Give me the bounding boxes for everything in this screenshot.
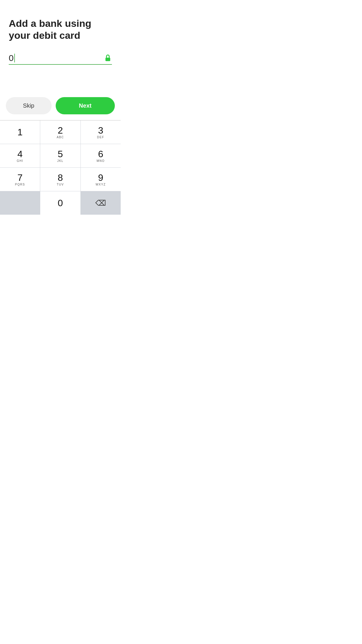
key-2-number: 2 bbox=[58, 126, 63, 135]
key-4[interactable]: 4 GHI bbox=[0, 144, 40, 167]
key-6-letters: MNO bbox=[96, 159, 105, 162]
key-4-number: 4 bbox=[17, 149, 23, 159]
card-number-value: 0 bbox=[9, 53, 14, 63]
key-9[interactable]: 9 WXYZ bbox=[81, 168, 121, 191]
key-0[interactable]: 0 bbox=[40, 191, 80, 215]
card-number-display: 0 bbox=[9, 53, 15, 63]
key-7-number: 7 bbox=[17, 173, 23, 182]
lock-icon bbox=[104, 54, 112, 62]
key-8-letters: TUV bbox=[57, 183, 64, 186]
key-3[interactable]: 3 DEF bbox=[81, 120, 121, 144]
key-1-number: 1 bbox=[17, 127, 23, 137]
skip-button[interactable]: Skip bbox=[6, 97, 52, 114]
key-4-letters: GHI bbox=[17, 159, 23, 162]
key-3-letters: DEF bbox=[97, 136, 104, 139]
key-8-number: 8 bbox=[58, 173, 63, 182]
key-2[interactable]: 2 ABC bbox=[40, 120, 80, 144]
key-9-letters: WXYZ bbox=[96, 183, 106, 186]
key-8[interactable]: 8 TUV bbox=[40, 168, 80, 191]
key-7-letters: PQRS bbox=[15, 183, 25, 186]
text-cursor bbox=[14, 54, 15, 62]
numeric-keypad: 1 2 ABC 3 DEF 4 GHI 5 JKL 6 MNO 7 PQRS 8 bbox=[0, 120, 121, 215]
key-3-number: 3 bbox=[98, 126, 103, 135]
key-7[interactable]: 7 PQRS bbox=[0, 168, 40, 191]
key-0-number: 0 bbox=[58, 198, 63, 208]
key-9-number: 9 bbox=[98, 173, 103, 182]
key-6[interactable]: 6 MNO bbox=[81, 144, 121, 167]
next-button[interactable]: Next bbox=[56, 97, 115, 114]
key-empty bbox=[0, 191, 40, 215]
page-title: Add a bank using your debit card bbox=[9, 18, 112, 41]
svg-rect-0 bbox=[106, 57, 110, 61]
key-6-number: 6 bbox=[98, 149, 103, 159]
key-5[interactable]: 5 JKL bbox=[40, 144, 80, 167]
key-1[interactable]: 1 bbox=[0, 120, 40, 144]
key-5-number: 5 bbox=[58, 149, 63, 159]
key-5-letters: JKL bbox=[57, 159, 64, 162]
delete-icon: ⌫ bbox=[95, 199, 106, 208]
key-2-letters: ABC bbox=[57, 136, 64, 139]
card-number-input-row: 0 bbox=[9, 53, 112, 65]
key-delete[interactable]: ⌫ bbox=[81, 191, 121, 215]
action-buttons: Skip Next bbox=[0, 97, 121, 120]
